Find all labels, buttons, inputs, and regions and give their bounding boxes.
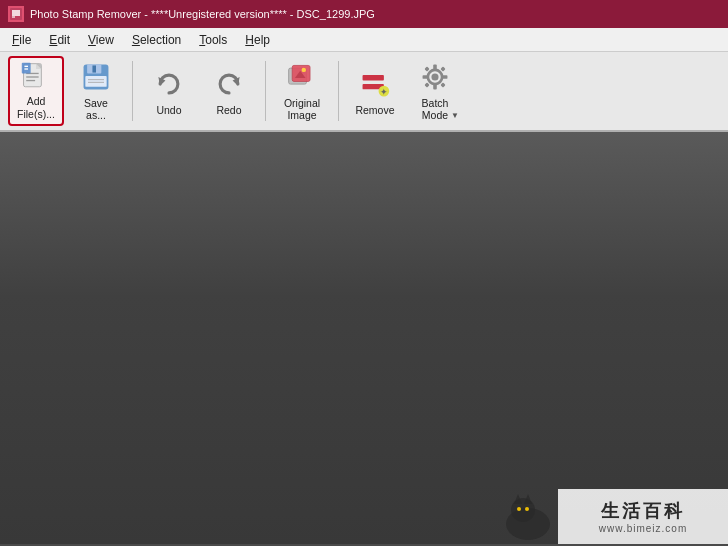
batch-icon — [417, 60, 453, 95]
toolbar-separator-2 — [265, 61, 266, 121]
menu-edit-label: Edit — [49, 33, 70, 47]
svg-point-23 — [302, 68, 306, 72]
svg-rect-1 — [12, 10, 20, 16]
watermark-url: www.bimeiz.com — [599, 523, 687, 534]
undo-button[interactable]: Undo — [141, 56, 197, 126]
svg-rect-36 — [424, 83, 429, 88]
svg-rect-15 — [92, 66, 96, 73]
menu-selection[interactable]: Selection — [124, 28, 189, 51]
save-as-label: Saveas... — [84, 97, 108, 122]
remove-label: Remove — [355, 104, 394, 117]
original-image-button[interactable]: OriginalImage — [274, 56, 330, 126]
undo-label: Undo — [156, 104, 181, 117]
svg-rect-35 — [440, 67, 445, 72]
svg-point-42 — [517, 507, 521, 511]
menu-file[interactable]: File — [4, 28, 39, 51]
menu-selection-label: Selection — [132, 33, 181, 47]
redo-label: Redo — [216, 104, 241, 117]
menu-tools-label: Tools — [199, 33, 227, 47]
svg-rect-34 — [424, 67, 429, 72]
svg-rect-33 — [442, 76, 447, 80]
svg-point-29 — [431, 74, 438, 81]
watermark-chinese-text: 生活百科 — [601, 499, 685, 523]
menu-file-label: File — [12, 33, 31, 47]
batch-mode-dropdown-arrow: ▼ — [451, 111, 459, 120]
svg-rect-24 — [363, 75, 384, 80]
title-bar: Photo Stamp Remover - ****Unregistered v… — [0, 0, 728, 28]
original-image-label: OriginalImage — [284, 97, 320, 122]
title-text: Photo Stamp Remover - ****Unregistered v… — [30, 8, 375, 20]
remove-button[interactable]: ✦ Remove — [347, 56, 403, 126]
save-icon — [78, 60, 114, 95]
menu-edit[interactable]: Edit — [41, 28, 78, 51]
menu-view[interactable]: View — [80, 28, 122, 51]
svg-rect-9 — [22, 63, 31, 74]
remove-icon: ✦ — [357, 66, 393, 102]
app-icon — [8, 6, 24, 22]
main-area: 生活百科 www.bimeiz.com — [0, 132, 728, 544]
menu-bar: File Edit View Selection Tools Help — [0, 28, 728, 52]
add-files-label: AddFile(s)... — [17, 95, 55, 120]
toolbar-separator-1 — [132, 61, 133, 121]
watermark: 生活百科 www.bimeiz.com — [558, 489, 728, 544]
toolbar: AddFile(s)... Saveas... — [0, 52, 728, 132]
svg-point-43 — [525, 507, 529, 511]
menu-help[interactable]: Help — [237, 28, 278, 51]
undo-icon — [151, 66, 187, 102]
svg-rect-32 — [423, 76, 428, 80]
save-as-button[interactable]: Saveas... — [68, 56, 124, 126]
add-files-button[interactable]: AddFile(s)... — [8, 56, 64, 126]
animal-silhouette — [488, 484, 568, 544]
svg-rect-14 — [85, 77, 106, 88]
batch-mode-button[interactable]: BatchMode ▼ — [407, 56, 463, 126]
svg-rect-2 — [12, 16, 15, 18]
svg-rect-37 — [440, 83, 445, 88]
svg-rect-30 — [433, 65, 437, 70]
menu-help-label: Help — [245, 33, 270, 47]
redo-button[interactable]: Redo — [201, 56, 257, 126]
redo-icon — [211, 66, 247, 102]
toolbar-separator-3 — [338, 61, 339, 121]
svg-point-39 — [511, 498, 535, 522]
original-icon — [284, 60, 320, 95]
add-file-icon — [18, 61, 54, 93]
batch-mode-label: BatchMode — [422, 97, 449, 122]
svg-text:✦: ✦ — [380, 86, 388, 96]
menu-tools[interactable]: Tools — [191, 28, 235, 51]
svg-rect-31 — [433, 85, 437, 90]
menu-view-label: View — [88, 33, 114, 47]
